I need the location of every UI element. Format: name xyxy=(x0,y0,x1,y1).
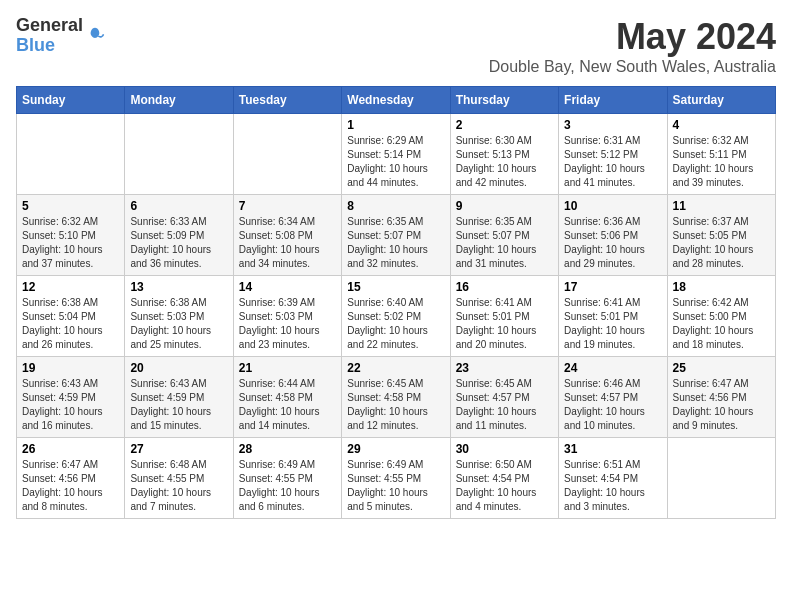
day-info: Sunrise: 6:32 AMSunset: 5:10 PMDaylight:… xyxy=(22,215,119,271)
day-number: 14 xyxy=(239,280,336,294)
day-number: 7 xyxy=(239,199,336,213)
day-info: Sunrise: 6:46 AMSunset: 4:57 PMDaylight:… xyxy=(564,377,661,433)
calendar-cell: 18Sunrise: 6:42 AMSunset: 5:00 PMDayligh… xyxy=(667,276,775,357)
calendar-cell: 23Sunrise: 6:45 AMSunset: 4:57 PMDayligh… xyxy=(450,357,558,438)
calendar-cell: 14Sunrise: 6:39 AMSunset: 5:03 PMDayligh… xyxy=(233,276,341,357)
day-info: Sunrise: 6:35 AMSunset: 5:07 PMDaylight:… xyxy=(456,215,553,271)
day-info: Sunrise: 6:31 AMSunset: 5:12 PMDaylight:… xyxy=(564,134,661,190)
day-header-friday: Friday xyxy=(559,87,667,114)
day-number: 24 xyxy=(564,361,661,375)
calendar-cell: 5Sunrise: 6:32 AMSunset: 5:10 PMDaylight… xyxy=(17,195,125,276)
day-number: 1 xyxy=(347,118,444,132)
day-info: Sunrise: 6:38 AMSunset: 5:04 PMDaylight:… xyxy=(22,296,119,352)
day-number: 3 xyxy=(564,118,661,132)
calendar-cell: 28Sunrise: 6:49 AMSunset: 4:55 PMDayligh… xyxy=(233,438,341,519)
day-number: 16 xyxy=(456,280,553,294)
calendar-cell xyxy=(125,114,233,195)
calendar-cell: 8Sunrise: 6:35 AMSunset: 5:07 PMDaylight… xyxy=(342,195,450,276)
calendar-cell: 17Sunrise: 6:41 AMSunset: 5:01 PMDayligh… xyxy=(559,276,667,357)
day-number: 15 xyxy=(347,280,444,294)
location-title: Double Bay, New South Wales, Australia xyxy=(489,58,776,76)
calendar-week-row: 26Sunrise: 6:47 AMSunset: 4:56 PMDayligh… xyxy=(17,438,776,519)
day-number: 10 xyxy=(564,199,661,213)
day-info: Sunrise: 6:29 AMSunset: 5:14 PMDaylight:… xyxy=(347,134,444,190)
calendar-body: 1Sunrise: 6:29 AMSunset: 5:14 PMDaylight… xyxy=(17,114,776,519)
day-header-monday: Monday xyxy=(125,87,233,114)
calendar-cell: 27Sunrise: 6:48 AMSunset: 4:55 PMDayligh… xyxy=(125,438,233,519)
day-info: Sunrise: 6:43 AMSunset: 4:59 PMDaylight:… xyxy=(22,377,119,433)
day-info: Sunrise: 6:41 AMSunset: 5:01 PMDaylight:… xyxy=(564,296,661,352)
day-number: 26 xyxy=(22,442,119,456)
calendar-cell: 2Sunrise: 6:30 AMSunset: 5:13 PMDaylight… xyxy=(450,114,558,195)
day-header-saturday: Saturday xyxy=(667,87,775,114)
day-number: 5 xyxy=(22,199,119,213)
day-info: Sunrise: 6:32 AMSunset: 5:11 PMDaylight:… xyxy=(673,134,770,190)
day-number: 17 xyxy=(564,280,661,294)
calendar-cell: 11Sunrise: 6:37 AMSunset: 5:05 PMDayligh… xyxy=(667,195,775,276)
day-number: 4 xyxy=(673,118,770,132)
day-number: 30 xyxy=(456,442,553,456)
calendar-cell: 10Sunrise: 6:36 AMSunset: 5:06 PMDayligh… xyxy=(559,195,667,276)
calendar-cell: 26Sunrise: 6:47 AMSunset: 4:56 PMDayligh… xyxy=(17,438,125,519)
day-info: Sunrise: 6:50 AMSunset: 4:54 PMDaylight:… xyxy=(456,458,553,514)
calendar-cell: 22Sunrise: 6:45 AMSunset: 4:58 PMDayligh… xyxy=(342,357,450,438)
calendar-cell: 13Sunrise: 6:38 AMSunset: 5:03 PMDayligh… xyxy=(125,276,233,357)
day-number: 13 xyxy=(130,280,227,294)
calendar-cell xyxy=(667,438,775,519)
calendar-cell: 19Sunrise: 6:43 AMSunset: 4:59 PMDayligh… xyxy=(17,357,125,438)
page-header: General Blue May 2024 Double Bay, New So… xyxy=(16,16,776,76)
day-info: Sunrise: 6:36 AMSunset: 5:06 PMDaylight:… xyxy=(564,215,661,271)
day-info: Sunrise: 6:41 AMSunset: 5:01 PMDaylight:… xyxy=(456,296,553,352)
day-number: 6 xyxy=(130,199,227,213)
day-info: Sunrise: 6:38 AMSunset: 5:03 PMDaylight:… xyxy=(130,296,227,352)
calendar-header-row: SundayMondayTuesdayWednesdayThursdayFrid… xyxy=(17,87,776,114)
day-number: 21 xyxy=(239,361,336,375)
day-info: Sunrise: 6:51 AMSunset: 4:54 PMDaylight:… xyxy=(564,458,661,514)
day-header-wednesday: Wednesday xyxy=(342,87,450,114)
day-number: 22 xyxy=(347,361,444,375)
logo-line2: Blue xyxy=(16,36,83,56)
day-info: Sunrise: 6:34 AMSunset: 5:08 PMDaylight:… xyxy=(239,215,336,271)
day-info: Sunrise: 6:33 AMSunset: 5:09 PMDaylight:… xyxy=(130,215,227,271)
logo-icon xyxy=(85,26,105,46)
day-number: 18 xyxy=(673,280,770,294)
calendar-cell xyxy=(233,114,341,195)
day-number: 12 xyxy=(22,280,119,294)
calendar-cell xyxy=(17,114,125,195)
calendar-cell: 7Sunrise: 6:34 AMSunset: 5:08 PMDaylight… xyxy=(233,195,341,276)
day-info: Sunrise: 6:42 AMSunset: 5:00 PMDaylight:… xyxy=(673,296,770,352)
day-info: Sunrise: 6:49 AMSunset: 4:55 PMDaylight:… xyxy=(347,458,444,514)
day-info: Sunrise: 6:47 AMSunset: 4:56 PMDaylight:… xyxy=(22,458,119,514)
day-info: Sunrise: 6:48 AMSunset: 4:55 PMDaylight:… xyxy=(130,458,227,514)
calendar-cell: 16Sunrise: 6:41 AMSunset: 5:01 PMDayligh… xyxy=(450,276,558,357)
day-info: Sunrise: 6:43 AMSunset: 4:59 PMDaylight:… xyxy=(130,377,227,433)
calendar-week-row: 1Sunrise: 6:29 AMSunset: 5:14 PMDaylight… xyxy=(17,114,776,195)
calendar-cell: 30Sunrise: 6:50 AMSunset: 4:54 PMDayligh… xyxy=(450,438,558,519)
day-number: 27 xyxy=(130,442,227,456)
day-number: 2 xyxy=(456,118,553,132)
day-number: 20 xyxy=(130,361,227,375)
calendar-cell: 24Sunrise: 6:46 AMSunset: 4:57 PMDayligh… xyxy=(559,357,667,438)
day-info: Sunrise: 6:49 AMSunset: 4:55 PMDaylight:… xyxy=(239,458,336,514)
day-info: Sunrise: 6:45 AMSunset: 4:58 PMDaylight:… xyxy=(347,377,444,433)
day-info: Sunrise: 6:45 AMSunset: 4:57 PMDaylight:… xyxy=(456,377,553,433)
calendar-cell: 12Sunrise: 6:38 AMSunset: 5:04 PMDayligh… xyxy=(17,276,125,357)
day-number: 23 xyxy=(456,361,553,375)
calendar-cell: 25Sunrise: 6:47 AMSunset: 4:56 PMDayligh… xyxy=(667,357,775,438)
day-info: Sunrise: 6:47 AMSunset: 4:56 PMDaylight:… xyxy=(673,377,770,433)
calendar-week-row: 12Sunrise: 6:38 AMSunset: 5:04 PMDayligh… xyxy=(17,276,776,357)
month-title: May 2024 xyxy=(489,16,776,58)
day-info: Sunrise: 6:44 AMSunset: 4:58 PMDaylight:… xyxy=(239,377,336,433)
calendar-cell: 29Sunrise: 6:49 AMSunset: 4:55 PMDayligh… xyxy=(342,438,450,519)
day-number: 11 xyxy=(673,199,770,213)
day-info: Sunrise: 6:35 AMSunset: 5:07 PMDaylight:… xyxy=(347,215,444,271)
calendar-cell: 20Sunrise: 6:43 AMSunset: 4:59 PMDayligh… xyxy=(125,357,233,438)
day-header-tuesday: Tuesday xyxy=(233,87,341,114)
day-header-sunday: Sunday xyxy=(17,87,125,114)
calendar-cell: 9Sunrise: 6:35 AMSunset: 5:07 PMDaylight… xyxy=(450,195,558,276)
calendar-cell: 4Sunrise: 6:32 AMSunset: 5:11 PMDaylight… xyxy=(667,114,775,195)
calendar-cell: 15Sunrise: 6:40 AMSunset: 5:02 PMDayligh… xyxy=(342,276,450,357)
logo: General Blue xyxy=(16,16,105,56)
day-number: 28 xyxy=(239,442,336,456)
calendar-cell: 31Sunrise: 6:51 AMSunset: 4:54 PMDayligh… xyxy=(559,438,667,519)
